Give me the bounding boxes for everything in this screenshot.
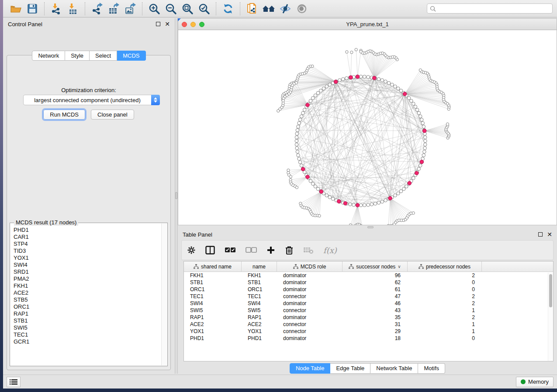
result-node[interactable]: GCR1 <box>14 338 161 345</box>
rim-node[interactable] <box>421 121 425 125</box>
rim-node[interactable] <box>414 105 417 109</box>
result-node[interactable]: CAR1 <box>14 234 161 241</box>
leaf-node[interactable] <box>355 48 357 51</box>
rim-node[interactable] <box>295 147 299 150</box>
rim-node[interactable] <box>394 85 397 88</box>
splitter-grip[interactable] <box>367 226 374 228</box>
column-header-shared-name[interactable]: shared name <box>184 261 242 272</box>
result-node[interactable]: ORC1 <box>14 303 161 310</box>
rim-node[interactable] <box>397 87 400 90</box>
rim-node[interactable] <box>295 132 299 136</box>
rim-node[interactable] <box>342 78 345 81</box>
add-column-icon[interactable] <box>266 246 275 254</box>
tab-network[interactable]: Network <box>32 51 65 61</box>
export-network-button[interactable] <box>89 2 105 16</box>
leaf-node[interactable] <box>446 123 449 125</box>
network-canvas[interactable] <box>178 30 557 225</box>
rim-node[interactable] <box>420 118 423 121</box>
deselect-all-icon[interactable] <box>246 246 257 254</box>
table-settings-gear-icon[interactable] <box>187 246 196 254</box>
rim-node[interactable] <box>377 201 381 205</box>
result-node[interactable]: SWI4 <box>14 261 161 268</box>
refresh-button[interactable] <box>220 2 236 16</box>
rim-node[interactable] <box>316 91 320 95</box>
import-table-button[interactable] <box>65 2 81 16</box>
table-row[interactable]: FKH1FKH1dominator962 <box>184 272 553 279</box>
leaf-node[interactable] <box>412 212 415 214</box>
rim-node[interactable] <box>325 194 329 197</box>
mcds-hub-node[interactable] <box>334 80 338 84</box>
rim-node[interactable] <box>300 115 303 118</box>
rim-node[interactable] <box>363 203 367 207</box>
rim-node[interactable] <box>297 154 300 157</box>
leaf-node[interactable] <box>277 110 280 112</box>
rim-node[interactable] <box>423 136 427 139</box>
export-table-button[interactable] <box>105 2 122 16</box>
splitter-grip[interactable] <box>175 192 177 199</box>
tab-select[interactable]: Select <box>90 51 117 61</box>
result-node[interactable]: FKH1 <box>14 282 161 289</box>
mcds-hub-node[interactable] <box>415 171 419 175</box>
leaf-node[interactable] <box>318 214 321 217</box>
rim-node[interactable] <box>424 139 427 143</box>
result-node[interactable]: STB1 <box>14 317 161 324</box>
rim-node[interactable] <box>311 182 315 186</box>
rim-node[interactable] <box>363 75 367 79</box>
result-node[interactable]: ACE2 <box>14 289 161 296</box>
rim-node[interactable] <box>325 85 329 88</box>
result-node[interactable]: RAP1 <box>14 310 161 317</box>
rim-node[interactable] <box>297 125 300 128</box>
rim-node[interactable] <box>423 143 427 146</box>
leaf-node[interactable] <box>349 224 352 225</box>
leaf-node[interactable] <box>289 175 292 178</box>
leaf-node[interactable] <box>350 51 353 54</box>
search-input[interactable] <box>438 5 550 12</box>
table-row[interactable]: RAP1RAP1dominator352 <box>184 314 553 321</box>
rim-node[interactable] <box>384 199 387 202</box>
leaf-node[interactable] <box>360 50 362 53</box>
close-panel-icon[interactable]: ✕ <box>547 232 552 237</box>
rim-node[interactable] <box>319 89 322 93</box>
rim-node[interactable] <box>377 78 381 81</box>
table-row[interactable]: YOX1YOX1connector291 <box>184 328 553 335</box>
rim-node[interactable] <box>295 136 298 139</box>
rim-node[interactable] <box>316 187 320 191</box>
tab-network-table[interactable]: Network Table <box>370 363 418 374</box>
show-columns-icon[interactable] <box>205 246 215 254</box>
zoom-selected-button[interactable] <box>196 2 212 16</box>
import-network-button[interactable] <box>48 2 65 16</box>
mcds-hub-node[interactable] <box>408 181 412 185</box>
result-node[interactable]: TID3 <box>14 248 161 254</box>
rim-node[interactable] <box>381 79 384 82</box>
result-node[interactable]: STB5 <box>14 296 161 303</box>
rim-node[interactable] <box>328 83 332 86</box>
rim-node[interactable] <box>314 94 317 97</box>
rim-node[interactable] <box>410 99 413 103</box>
rim-node[interactable] <box>391 83 394 86</box>
table-row[interactable]: TEC1TEC1connector472 <box>184 293 553 300</box>
select-all-icon[interactable] <box>225 246 236 254</box>
column-header-successor-nodes[interactable]: successor nodes∨ <box>343 261 408 272</box>
zoom-in-button[interactable] <box>146 2 163 16</box>
mcds-hub-node[interactable] <box>356 203 360 207</box>
result-node[interactable]: PMA2 <box>14 275 161 282</box>
rim-node[interactable] <box>303 108 306 112</box>
mcds-hub-node[interactable] <box>373 76 377 80</box>
leaf-node[interactable] <box>419 69 422 71</box>
rim-node[interactable] <box>412 102 415 106</box>
mcds-hub-node[interactable] <box>349 76 353 79</box>
rim-node[interactable] <box>417 167 421 171</box>
rim-node[interactable] <box>359 75 363 79</box>
rim-node[interactable] <box>417 111 421 115</box>
mcds-hub-node[interactable] <box>306 103 310 107</box>
result-node[interactable]: TEC1 <box>14 331 161 338</box>
rim-node[interactable] <box>367 203 370 207</box>
rim-node[interactable] <box>298 118 302 121</box>
mcds-hub-node[interactable] <box>337 199 341 203</box>
rim-node[interactable] <box>370 203 374 206</box>
network-title-bar[interactable]: YPA_prune.txt_1 <box>178 19 557 30</box>
rim-node[interactable] <box>349 203 352 206</box>
rim-node[interactable] <box>309 99 312 103</box>
mcds-hub-node[interactable] <box>388 196 392 200</box>
rim-node[interactable] <box>381 200 384 203</box>
